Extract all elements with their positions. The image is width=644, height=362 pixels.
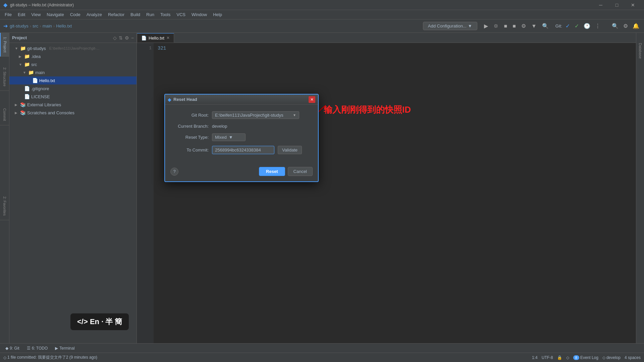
menu-window[interactable]: Window <box>189 11 210 18</box>
maximize-button[interactable]: □ <box>609 0 625 10</box>
tree-item-license[interactable]: 📄 LICENSE <box>9 93 137 101</box>
status-git-icon[interactable]: ◇ <box>566 355 569 360</box>
reset-type-label: Reset Type: <box>172 135 209 140</box>
dialog-title-left: ◆ Reset Head <box>168 97 197 102</box>
search-everywhere-icon[interactable]: 🔍 <box>541 22 550 30</box>
menu-view[interactable]: View <box>29 11 43 18</box>
menu-run[interactable]: Run <box>144 11 157 18</box>
panel-scroll-icon[interactable]: ⇅ <box>119 35 123 41</box>
branch-label: Current Branch: <box>172 124 209 129</box>
settings-icon[interactable]: ⚙ <box>520 22 527 30</box>
tab-structure[interactable]: 2: Structure <box>0 63 9 91</box>
status-commit-msg[interactable]: ◇ 1 file committed: 我要提交文件了2 (9 minutes … <box>3 355 97 360</box>
git-checkmark-icon[interactable]: ✓ <box>564 22 571 30</box>
stop-icon[interactable]: ■ <box>511 22 517 30</box>
project-folder-icon: 📁 <box>20 46 26 51</box>
dialog-footer: ? Reset Cancel <box>165 164 318 181</box>
menu-refactor[interactable]: Refactor <box>105 11 127 18</box>
tab-close-button[interactable]: ✕ <box>166 36 170 40</box>
panel-scope-icon[interactable]: ◇ <box>113 35 117 41</box>
git-history-icon[interactable]: 🕐 <box>582 22 592 30</box>
tree-path-root: E:\beifen111\JavaProject\git-... <box>49 46 100 50</box>
status-lock-icon[interactable]: 🔒 <box>557 355 562 360</box>
breadcrumb-file[interactable]: Hello.txt <box>56 23 72 28</box>
tree-arrow-src: ▼ <box>19 63 23 66</box>
tree-item-src[interactable]: ▼ 📁 src <box>9 60 137 68</box>
window-title: git-studys – Hello.txt (Administrator) <box>10 3 74 7</box>
tree-arrow-hello <box>27 79 31 82</box>
branch-row: Current Branch: develop <box>172 124 311 129</box>
editor-area: 📄 Hello.txt ✕ 1 321 <box>137 33 636 343</box>
tree-item-idea[interactable]: ▶ 📁 .idea <box>9 52 137 60</box>
tab-label-hello: Hello.txt <box>149 36 164 41</box>
close-button[interactable]: ✕ <box>625 0 641 10</box>
tree-item-root[interactable]: ▼ 📁 git-studys E:\beifen111\JavaProject\… <box>9 44 137 52</box>
cancel-button[interactable]: Cancel <box>288 167 313 176</box>
ime-label: </> En · 半 簡 <box>77 317 122 327</box>
tab-project[interactable]: 1: Project <box>0 33 9 57</box>
notifications-icon[interactable]: 🔔 <box>631 22 641 30</box>
reset-type-dropdown[interactable]: Mixed ▼ <box>212 133 246 141</box>
menu-code[interactable]: Code <box>67 11 83 18</box>
minimize-button[interactable]: ─ <box>593 0 608 10</box>
tree-item-hello[interactable]: 📄 Hello.txt <box>9 76 137 84</box>
menu-tools[interactable]: Tools <box>158 11 173 18</box>
bottom-tab-terminal[interactable]: ▶ Terminal <box>52 345 78 351</box>
tree-item-scratches[interactable]: ▶ 📚 Scratches and Consoles <box>9 109 137 117</box>
to-commit-row: To Commit: Validate <box>172 146 311 154</box>
status-encoding[interactable]: UTF-8 <box>542 355 553 360</box>
debug-icon[interactable]: ⛭ <box>492 22 500 30</box>
git-root-dropdown[interactable]: E:\beifen111\JavaProject\git-studys ▼ <box>212 111 299 119</box>
find-icon[interactable]: 🔍 <box>610 22 620 30</box>
reset-button[interactable]: Reset <box>259 167 285 176</box>
tree-item-gitignore[interactable]: 📄 .gitignore <box>9 84 137 93</box>
menu-file[interactable]: File <box>2 11 14 18</box>
menu-navigate[interactable]: Navigate <box>44 11 66 18</box>
dialog-close-button[interactable]: ✕ <box>309 96 315 103</box>
tree-item-main[interactable]: ▼ 📁 main <box>9 68 137 76</box>
git-root-dropdown-arrow: ▼ <box>293 113 296 117</box>
main-folder-icon: 📁 <box>28 70 34 75</box>
breadcrumb-src[interactable]: src <box>33 23 38 28</box>
code-area[interactable]: 321 <box>154 43 636 343</box>
panel-minimize-icon[interactable]: − <box>131 35 134 41</box>
menu-vcs[interactable]: VCS <box>174 11 188 18</box>
status-position[interactable]: 1:4 <box>532 355 538 360</box>
menu-build[interactable]: Build <box>128 11 143 18</box>
status-spaces[interactable]: 4 spaces <box>625 355 641 360</box>
tab-favorites[interactable]: 2: Favorites <box>0 192 9 220</box>
breadcrumb-project[interactable]: git-studys <box>10 23 29 28</box>
commit-message: 1 file committed: 我要提交文件了2 (9 minutes ag… <box>7 355 97 360</box>
run-with-coverage-icon[interactable]: ■ <box>503 22 509 30</box>
dropdown-icon[interactable]: ▼ <box>530 22 538 30</box>
git-more-icon[interactable]: ⋮ <box>594 22 602 30</box>
tree-arrow-license <box>19 95 23 99</box>
breadcrumb-main[interactable]: main <box>43 23 52 28</box>
toolbar: ➔ git-studys › src › main › Hello.txt Ad… <box>0 19 644 33</box>
settings2-icon[interactable]: ⚙ <box>622 22 629 30</box>
menu-edit[interactable]: Edit <box>15 11 28 18</box>
tree-label-idea: .idea <box>31 54 41 59</box>
menu-analyze[interactable]: Analyze <box>84 11 105 18</box>
tab-commit[interactable]: Commit <box>0 104 9 125</box>
breadcrumb-sep3: › <box>53 23 55 28</box>
status-branch[interactable]: ◇ develop <box>602 355 621 360</box>
tree-label-main: main <box>35 70 45 75</box>
project-tree: ▼ 📁 git-studys E:\beifen111\JavaProject\… <box>9 43 137 343</box>
add-configuration-button[interactable]: Add Configuration... ▼ <box>423 22 477 30</box>
to-commit-input[interactable] <box>212 146 274 154</box>
tab-database[interactable]: Database <box>637 40 644 62</box>
bottom-tab-todo[interactable]: ☰ 6: TODO <box>23 345 51 351</box>
status-event-log[interactable]: 8 Event Log <box>573 355 598 360</box>
help-button[interactable]: ? <box>170 168 178 176</box>
app-icon: ◆ <box>3 2 7 8</box>
bottom-tab-git[interactable]: ◆ 9: Git <box>2 345 23 351</box>
menu-help[interactable]: Help <box>210 11 225 18</box>
git-push-icon[interactable]: ✓ <box>573 22 580 30</box>
editor-tab-hello[interactable]: 📄 Hello.txt ✕ <box>137 33 174 43</box>
panel-header: Project ◇ ⇅ ⚙ − <box>9 33 137 43</box>
validate-button[interactable]: Validate <box>278 146 302 154</box>
run-icon[interactable]: ▶ <box>483 22 489 30</box>
panel-settings-icon[interactable]: ⚙ <box>125 35 129 41</box>
tree-item-ext-libs[interactable]: ▶ 📚 External Libraries <box>9 101 137 109</box>
